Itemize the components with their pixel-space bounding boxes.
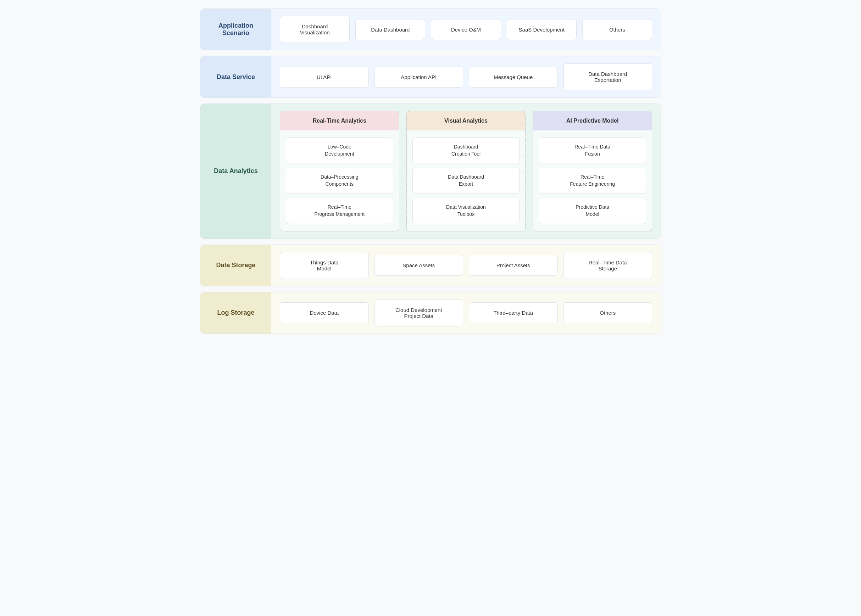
visual-analytics-items: DashboardCreation Tool Data DashboardExp… [407, 130, 526, 231]
visual-analytics-group: Visual Analytics DashboardCreation Tool … [406, 111, 526, 231]
data-storage-content: Things DataModel Space Assets Project As… [271, 245, 661, 286]
log-storage-content: Device Data Cloud DevelopmentProject Dat… [271, 292, 661, 333]
list-item: Things DataModel [280, 252, 369, 279]
realtime-analytics-items: Low–CodeDevelopment Data–ProcessingCompo… [280, 130, 399, 231]
list-item: Others [564, 302, 653, 323]
architecture-diagram: Application Scenario DashboardVisualizat… [200, 8, 661, 334]
list-item: Real–TimeFeature Engineering [539, 168, 646, 193]
list-item: Real–Time DataFusion [539, 138, 646, 163]
visual-analytics-header: Visual Analytics [407, 111, 526, 130]
list-item: Data DashboardExportation [564, 63, 653, 90]
app-scenario-row: Application Scenario DashboardVisualizat… [200, 8, 661, 50]
log-storage-label: Log Storage [200, 292, 271, 333]
list-item: DashboardCreation Tool [412, 138, 520, 163]
list-item: Device Data [280, 302, 369, 323]
list-item: Data–ProcessingComponents [286, 168, 393, 193]
ai-predictive-group: AI Predictive Model Real–Time DataFusion… [533, 111, 652, 231]
data-service-row: Data Service UI API Application API Mess… [200, 56, 661, 98]
realtime-analytics-header: Real-Time Analytics [280, 111, 399, 130]
realtime-analytics-group: Real-Time Analytics Low–CodeDevelopment … [280, 111, 399, 231]
list-item: DashboardVisualization [280, 16, 349, 43]
data-analytics-row: Data Analytics Real-Time Analytics Low–C… [200, 104, 661, 239]
list-item: Project Assets [469, 255, 558, 276]
list-item: Others [582, 19, 652, 40]
log-storage-row: Log Storage Device Data Cloud Developmen… [200, 292, 661, 334]
list-item: Low–CodeDevelopment [286, 138, 393, 163]
data-analytics-label: Data Analytics [200, 104, 271, 239]
ai-predictive-items: Real–Time DataFusion Real–TimeFeature En… [533, 130, 652, 231]
list-item: UI API [280, 67, 369, 88]
data-service-label: Data Service [200, 57, 271, 97]
app-scenario-label: Application Scenario [200, 9, 271, 50]
list-item: Data Dashboard [355, 19, 425, 40]
list-item: Application API [375, 67, 463, 88]
list-item: Cloud DevelopmentProject Data [375, 300, 463, 327]
list-item: Real–TimeProgress Management [286, 198, 393, 224]
data-storage-row: Data Storage Things DataModel Space Asse… [200, 245, 661, 286]
list-item: Space Assets [375, 255, 463, 276]
analytics-content: Real-Time Analytics Low–CodeDevelopment … [271, 104, 661, 239]
list-item: Predictive DataModel [539, 198, 646, 224]
list-item: Message Queue [469, 67, 558, 88]
data-storage-label: Data Storage [200, 245, 271, 286]
list-item: SaaS Development [507, 19, 577, 40]
data-service-content: UI API Application API Message Queue Dat… [271, 57, 661, 97]
list-item: Data DashboardExport [412, 168, 520, 193]
list-item: Third–party Data [469, 302, 558, 323]
app-scenario-content: DashboardVisualization Data Dashboard De… [271, 9, 661, 50]
list-item: Real–Time DataStorage [564, 252, 653, 279]
ai-predictive-header: AI Predictive Model [533, 111, 652, 130]
list-item: Data VisualizationToolbox [412, 198, 520, 224]
list-item: Device O&M [431, 19, 501, 40]
